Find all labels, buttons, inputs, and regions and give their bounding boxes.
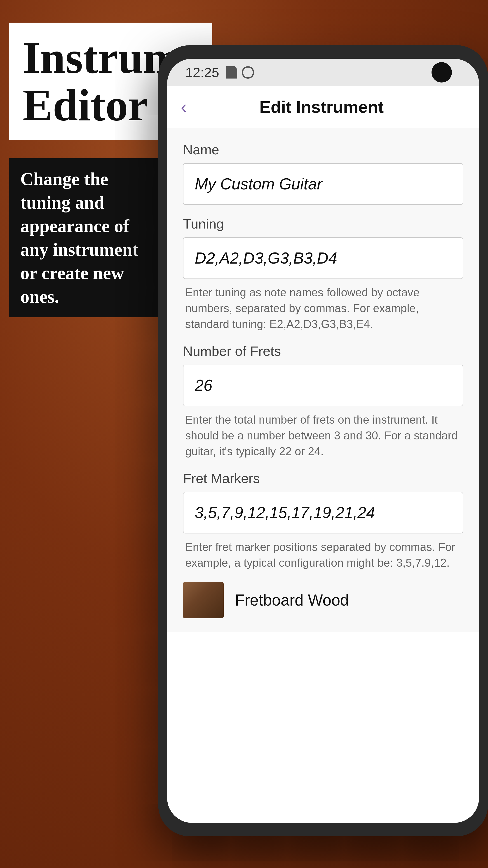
tuning-input[interactable]: D2,A2,D3,G3,B3,D4 <box>183 237 463 279</box>
fretboard-wood-row[interactable]: Fretboard Wood <box>183 582 463 618</box>
frets-helper: Enter the total number of frets on the i… <box>183 412 463 459</box>
wood-thumbnail <box>183 582 224 618</box>
tuning-label: Tuning <box>183 216 463 232</box>
status-bar: 12:25 <box>167 59 479 86</box>
fretboard-wood-label: Fretboard Wood <box>235 591 349 609</box>
phone-screen: 12:25 ‹ Edit Instrument Name My Custom G… <box>167 59 479 823</box>
sim-icon <box>226 66 237 79</box>
frets-input[interactable]: 26 <box>183 365 463 406</box>
description-box: Change the tuning and appearance of any … <box>9 158 163 317</box>
name-label: Name <box>183 142 463 158</box>
status-icons <box>226 66 254 79</box>
description-text: Change the tuning and appearance of any … <box>20 167 151 308</box>
nav-bar: ‹ Edit Instrument <box>167 86 479 128</box>
name-input[interactable]: My Custom Guitar <box>183 163 463 205</box>
alarm-icon <box>242 66 254 79</box>
camera-cutout <box>431 62 452 83</box>
form-content: Name My Custom Guitar Tuning D2,A2,D3,G3… <box>167 128 479 632</box>
fret-markers-helper: Enter fret marker positions separated by… <box>183 539 463 571</box>
frets-label: Number of Frets <box>183 343 463 359</box>
status-time: 12:25 <box>185 65 219 80</box>
fret-markers-input[interactable]: 3,5,7,9,12,15,17,19,21,24 <box>183 492 463 533</box>
phone-device: 12:25 ‹ Edit Instrument Name My Custom G… <box>158 45 488 836</box>
fret-markers-label: Fret Markers <box>183 471 463 486</box>
tuning-helper: Enter tuning as note names followed by o… <box>183 285 463 332</box>
nav-title: Edit Instrument <box>196 97 465 117</box>
app-content: ‹ Edit Instrument Name My Custom Guitar … <box>167 86 479 823</box>
back-button[interactable]: ‹ <box>181 98 187 116</box>
